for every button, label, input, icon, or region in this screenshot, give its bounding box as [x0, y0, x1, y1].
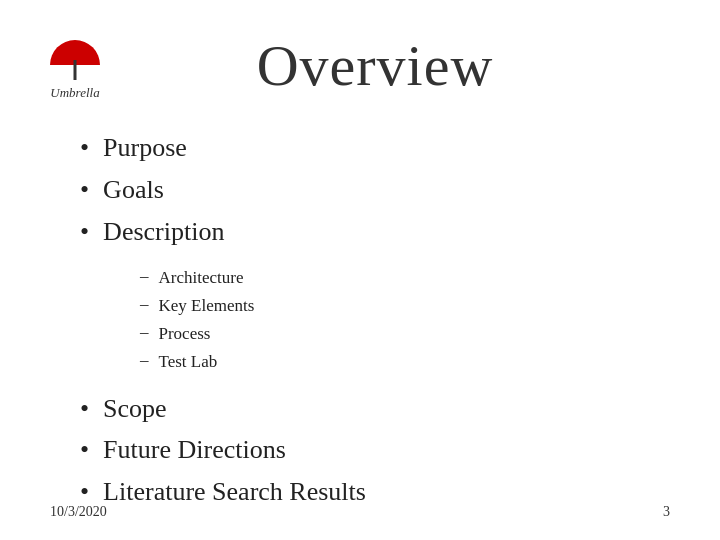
slide-title: Overview	[140, 32, 670, 99]
umbrella-handle	[74, 60, 77, 80]
logo-area: Umbrella	[50, 40, 100, 101]
bullet-item-purpose: • Purpose	[80, 131, 670, 165]
sub-dash: –	[140, 350, 149, 370]
footer: 10/3/2020 3	[50, 504, 670, 520]
bullet-text-scope: Scope	[103, 392, 167, 426]
bullet-item-description: • Description	[80, 215, 670, 249]
sub-bullet-list: – Architecture – Key Elements – Process …	[80, 266, 670, 373]
sub-dash: –	[140, 294, 149, 314]
umbrella-label: Umbrella	[50, 85, 99, 101]
bullet-item-scope: • Scope	[80, 392, 670, 426]
sub-text-architecture: Architecture	[159, 266, 244, 290]
sub-item-architecture: – Architecture	[140, 266, 670, 290]
sub-item-key-elements: – Key Elements	[140, 294, 670, 318]
bullet-text-purpose: Purpose	[103, 131, 187, 165]
sub-text-key-elements: Key Elements	[159, 294, 255, 318]
footer-page: 3	[663, 504, 670, 520]
main-bullet-list: • Purpose • Goals • Description	[80, 131, 670, 248]
second-bullet-list: • Scope • Future Directions • Literature…	[80, 392, 670, 509]
sub-item-process: – Process	[140, 322, 670, 346]
bullet-item-goals: • Goals	[80, 173, 670, 207]
bullet-dot: •	[80, 433, 89, 467]
bullet-dot: •	[80, 173, 89, 207]
bullet-dot: •	[80, 215, 89, 249]
bullet-dot: •	[80, 131, 89, 165]
content-area: • Purpose • Goals • Description – Archit…	[50, 131, 670, 509]
bullet-text-description: Description	[103, 215, 224, 249]
bullet-item-future-directions: • Future Directions	[80, 433, 670, 467]
sub-text-test-lab: Test Lab	[159, 350, 218, 374]
umbrella-icon	[50, 40, 100, 80]
sub-dash: –	[140, 322, 149, 342]
slide: Umbrella Overview • Purpose • Goals • De…	[0, 0, 720, 540]
sub-item-test-lab: – Test Lab	[140, 350, 670, 374]
bullet-text-future-directions: Future Directions	[103, 433, 286, 467]
footer-date: 10/3/2020	[50, 504, 107, 520]
sub-text-process: Process	[159, 322, 211, 346]
header: Umbrella Overview	[50, 30, 670, 101]
sub-dash: –	[140, 266, 149, 286]
bullet-text-goals: Goals	[103, 173, 164, 207]
bullet-dot: •	[80, 392, 89, 426]
